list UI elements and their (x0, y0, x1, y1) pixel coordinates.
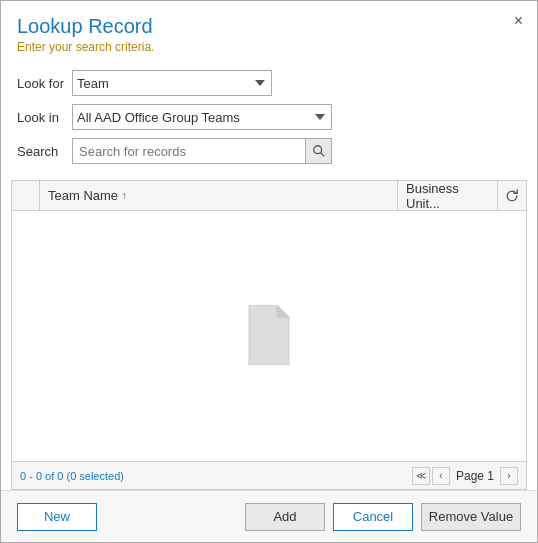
form-section: Look for Team Look in All AAD Office Gro… (1, 60, 537, 180)
table-header: Team Name ↑ Business Unit... (12, 181, 526, 211)
first-page-button[interactable]: ≪ (412, 467, 430, 485)
dialog-title: Lookup Record (17, 15, 521, 38)
search-input-wrapper (72, 138, 332, 164)
header-businessunit-col[interactable]: Business Unit... (398, 181, 498, 210)
look-for-select[interactable]: Team (72, 70, 272, 96)
sort-arrow-icon: ↑ (122, 190, 127, 201)
businessunit-col-label: Business Unit... (406, 181, 489, 211)
results-table: Team Name ↑ Business Unit... (11, 180, 527, 490)
look-in-wrapper: All AAD Office Group Teams (72, 104, 332, 130)
refresh-icon (505, 189, 519, 203)
search-label: Search (17, 144, 72, 159)
header-checkbox-col (12, 181, 40, 210)
search-input[interactable] (73, 139, 305, 163)
cancel-button[interactable]: Cancel (333, 503, 413, 531)
search-row: Search (17, 138, 521, 164)
teamname-col-label: Team Name (48, 188, 118, 203)
look-for-wrapper: Team (72, 70, 272, 96)
lookup-record-dialog: Lookup Record Enter your search criteria… (0, 0, 538, 543)
next-page-button[interactable]: › (500, 467, 518, 485)
close-button[interactable]: × (514, 13, 523, 29)
dialog-subtitle: Enter your search criteria. (17, 40, 521, 54)
refresh-button[interactable] (498, 181, 526, 210)
record-count: 0 - 0 of 0 (0 selected) (20, 470, 412, 482)
look-in-row: Look in All AAD Office Group Teams (17, 104, 521, 130)
empty-icon (244, 305, 294, 368)
page-info: Page 1 (456, 469, 494, 483)
dialog-header: Lookup Record Enter your search criteria… (1, 1, 537, 60)
add-button[interactable]: Add (245, 503, 325, 531)
svg-point-0 (313, 146, 321, 154)
remove-value-button[interactable]: Remove Value (421, 503, 521, 531)
table-footer: 0 - 0 of 0 (0 selected) ≪ ‹ Page 1 › (12, 461, 526, 489)
look-for-row: Look for Team (17, 70, 521, 96)
svg-line-1 (320, 153, 324, 157)
table-body (12, 211, 526, 461)
search-button[interactable] (305, 139, 331, 163)
dialog-footer: New Add Cancel Remove Value (1, 490, 537, 542)
header-teamname-col[interactable]: Team Name ↑ (40, 181, 398, 210)
look-for-label: Look for (17, 76, 72, 91)
no-records-icon (244, 305, 294, 365)
pagination: ≪ ‹ Page 1 › (412, 467, 518, 485)
new-button[interactable]: New (17, 503, 97, 531)
look-in-select[interactable]: All AAD Office Group Teams (72, 104, 332, 130)
search-icon (312, 144, 326, 158)
empty-state (12, 211, 526, 461)
look-in-label: Look in (17, 110, 72, 125)
prev-page-button[interactable]: ‹ (432, 467, 450, 485)
